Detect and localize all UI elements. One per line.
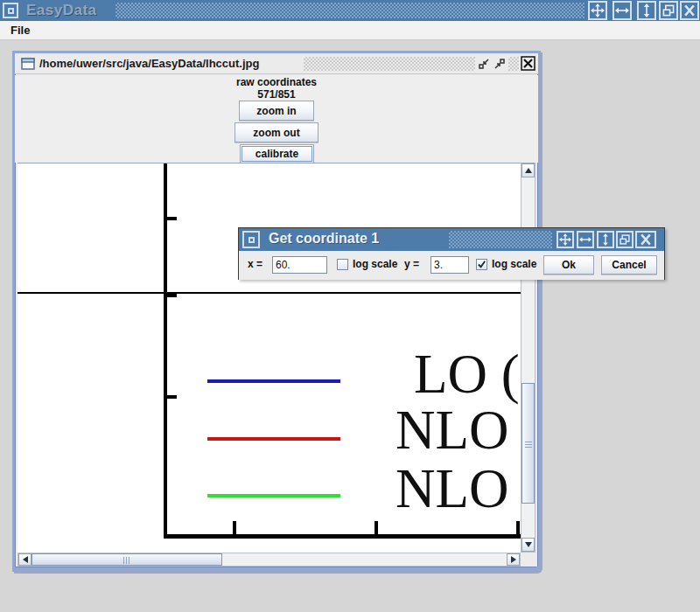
dialog-maximize-button[interactable] <box>616 231 634 248</box>
resize-horizontal-icon <box>615 3 629 17</box>
titlebar-texture <box>116 3 584 18</box>
dialog-resize-vertical-button[interactable] <box>597 231 614 248</box>
horizontal-scrollbar[interactable] <box>18 553 521 567</box>
frame-titlebar[interactable]: /home/uwer/src/java/EasyData/lhccut.jpg <box>15 53 538 74</box>
move-icon <box>559 233 571 246</box>
window-titlebar[interactable]: EasyData <box>0 0 700 21</box>
dialog-titlebar-texture <box>449 231 552 248</box>
legend-label-lo: LO ( <box>414 347 520 402</box>
scroll-left-button[interactable] <box>18 553 32 566</box>
dialog-titlebar[interactable]: Get coordinate 1 <box>239 228 664 251</box>
move-icon <box>591 3 605 17</box>
resize-horizontal-icon <box>579 233 592 246</box>
zoom-out-button[interactable]: zoom out <box>234 122 318 143</box>
legend-line-nlo1 <box>207 437 340 441</box>
frame-icon <box>21 57 35 71</box>
arrow-down-icon <box>525 542 532 547</box>
vertical-scrollbar[interactable] <box>521 163 536 553</box>
y-log-label: log scale <box>492 258 536 270</box>
y-label: y = <box>404 258 419 270</box>
window-move-button[interactable] <box>588 1 607 20</box>
y-value-field[interactable] <box>430 256 469 274</box>
vertical-scroll-thumb[interactable] <box>522 383 535 504</box>
image-frame: /home/uwer/src/java/EasyData/lhccut.jpg … <box>12 51 541 572</box>
readout-value: 571/851 <box>15 88 538 101</box>
window-resize-horizontal-button[interactable] <box>612 1 632 20</box>
scrollbar-corner <box>521 553 536 567</box>
resize-vertical-icon <box>599 233 612 246</box>
dialog-menu-icon <box>248 237 255 243</box>
desktop: { "app": { "title": "EasyData", "window_… <box>0 0 700 612</box>
arrow-up-icon <box>525 168 532 173</box>
dialog-menu-button[interactable] <box>242 231 260 248</box>
zoom-in-button[interactable]: zoom in <box>239 101 314 121</box>
ok-button[interactable]: Ok <box>543 255 594 275</box>
dialog-body: x = log scale y = log scale Ok Cancel <box>239 251 664 280</box>
dialog-move-button[interactable] <box>556 231 574 248</box>
close-icon <box>639 233 653 247</box>
menu-file[interactable]: File <box>7 21 33 40</box>
plot-x-axis <box>164 534 521 539</box>
scroll-down-button[interactable] <box>522 538 535 552</box>
arrow-right-icon <box>511 556 516 563</box>
frame-title: /home/uwer/src/java/EasyData/lhccut.jpg <box>39 57 259 70</box>
plot-x-tick <box>516 521 520 534</box>
get-coordinate-dialog: Get coordinate 1 <box>238 227 665 280</box>
x-log-label: log scale <box>353 258 397 270</box>
plot-x-tick <box>374 521 378 534</box>
plot-x-tick <box>233 521 236 534</box>
arrow-left-icon <box>23 556 28 563</box>
readout-label: raw coordinates <box>15 76 538 88</box>
menubar: File <box>0 21 700 40</box>
close-icon <box>682 3 696 17</box>
plot-panel-divider <box>18 292 521 294</box>
scroll-up-button[interactable] <box>522 163 535 177</box>
iconify-icon <box>478 58 490 70</box>
frame-close-icon <box>521 56 536 71</box>
check-icon <box>477 260 486 269</box>
frame-titlebar-texture <box>304 57 475 71</box>
window-title: EasyData <box>26 2 97 19</box>
plot-y-tick <box>167 217 177 220</box>
window-resize-vertical-button[interactable] <box>637 1 656 20</box>
frame-iconify-button[interactable] <box>478 58 490 73</box>
maximize-icon <box>619 233 631 246</box>
thumb-grip-icon <box>123 557 131 564</box>
x-log-checkbox[interactable] <box>337 259 348 270</box>
plot-y-tick <box>167 395 177 399</box>
window-maximize-button[interactable] <box>659 1 678 20</box>
frame-maximize-button[interactable] <box>494 58 506 73</box>
cancel-button[interactable]: Cancel <box>601 255 657 275</box>
legend-line-lo <box>207 379 340 383</box>
dialog-title: Get coordinate 1 <box>269 231 379 247</box>
y-log-checkbox[interactable] <box>476 259 487 270</box>
thumb-grip-icon <box>525 440 532 448</box>
resize-vertical-icon <box>640 3 654 17</box>
legend-label-nlo1: NLO <box>396 403 508 458</box>
dialog-close-button[interactable] <box>635 231 656 248</box>
frame-titlebar-texture2 <box>508 57 519 71</box>
x-label: x = <box>248 258 262 270</box>
frame-toolbar: raw coordinates 571/851 zoom in zoom out… <box>15 75 538 163</box>
window-menu-icon <box>8 8 14 14</box>
plot-y-tick <box>167 294 177 297</box>
calibrate-button[interactable]: calibrate <box>240 144 314 163</box>
legend-label-nlo2: NLO <box>396 462 508 517</box>
maximize-icon <box>662 3 676 17</box>
legend-line-nlo2 <box>207 494 340 497</box>
frame-maximize-icon <box>494 58 506 70</box>
image-viewport[interactable]: LO ( NLO NLO <box>18 163 521 553</box>
horizontal-scroll-thumb[interactable] <box>32 553 222 566</box>
frame-close-button[interactable] <box>521 56 536 74</box>
scroll-right-button[interactable] <box>507 553 520 566</box>
window-close-button[interactable] <box>680 1 699 20</box>
window-menu-button[interactable] <box>3 3 18 18</box>
dialog-resize-horizontal-button[interactable] <box>577 231 594 248</box>
x-value-field[interactable] <box>272 256 327 274</box>
